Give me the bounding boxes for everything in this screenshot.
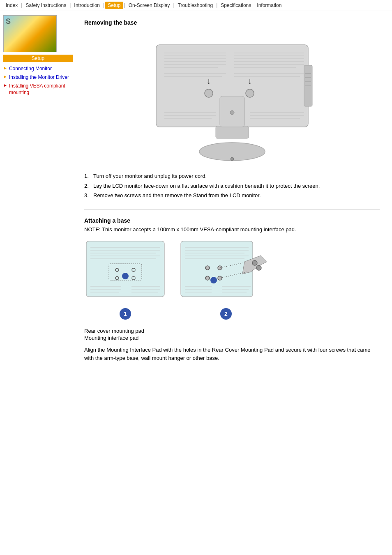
nav-sep-6: |	[216, 2, 217, 8]
removing-steps-list: 1. Turn off your monitor and unplug its …	[84, 172, 380, 200]
nav-sep-4: |	[124, 2, 125, 8]
svg-point-69	[210, 277, 217, 283]
sidebar-link-text-vesa: Installing VESA compliant mounting	[9, 83, 73, 97]
nav-troubleshooting[interactable]: Troubleshooting	[175, 2, 216, 9]
step-1: 1. Turn off your monitor and unplug its …	[84, 172, 380, 180]
arrow-icon-2: ►	[3, 74, 7, 79]
sidebar-link-vesa[interactable]: ► Installing VESA compliant mounting	[3, 83, 73, 97]
monitor-back-svg: ↓ ↓	[144, 32, 321, 164]
nav-sep-3: |	[103, 2, 104, 8]
svg-point-30	[231, 157, 234, 161]
sidebar-link-connecting[interactable]: ► Connecting Monitor	[3, 65, 73, 72]
attaching-image-2: 2	[179, 239, 273, 320]
svg-point-48	[122, 273, 129, 279]
legend-item-1: Rear cover mounting pad	[84, 328, 380, 334]
nav-sep-1: |	[21, 2, 22, 8]
arrow-icon-1: ►	[3, 66, 7, 70]
nav-sep-5: |	[173, 2, 174, 8]
svg-point-63	[205, 276, 210, 280]
svg-text:↓: ↓	[206, 76, 211, 86]
svg-point-65	[252, 260, 257, 265]
removing-base-title: Removing the base	[84, 19, 380, 26]
attaching-image-1: 1	[84, 239, 166, 320]
nav-information[interactable]: Information	[254, 2, 284, 9]
nav-specifications[interactable]: Specifications	[218, 2, 254, 9]
step-2: 2. Lay the LCD monitor face-down on a fl…	[84, 182, 380, 190]
sidebar-link-installing-driver[interactable]: ► Installing the Monitor Driver	[3, 74, 73, 81]
attaching-svg-1	[84, 239, 166, 305]
sidebar: S Setup ► Connecting Monitor ► Installin…	[0, 11, 76, 102]
svg-rect-55	[181, 241, 253, 297]
legend-list: Rear cover mounting pad Mounting interfa…	[84, 328, 380, 341]
svg-rect-21	[216, 126, 249, 138]
badge-1: 1	[120, 308, 131, 320]
nav-index[interactable]: Index	[3, 2, 20, 9]
svg-point-66	[256, 265, 261, 270]
svg-text:↓: ↓	[247, 76, 252, 86]
attaching-note: NOTE: This monitor accepts a 100mm x 100…	[84, 226, 380, 233]
section-divider	[84, 210, 380, 210]
attaching-images-row: 1	[84, 239, 380, 320]
navbar: Index | Safety Instructions | Introducti…	[0, 0, 392, 11]
main-content: Removing the base ↓	[76, 11, 392, 375]
svg-point-61	[205, 266, 210, 270]
sidebar-image-bg	[4, 16, 56, 52]
attaching-title: Attaching a base	[84, 217, 380, 224]
sidebar-image-s: S	[6, 17, 11, 26]
sidebar-image: S	[3, 15, 57, 52]
attaching-svg-2	[179, 239, 273, 305]
badge-2: 2	[220, 308, 232, 320]
step-3: 3. Remove two screws and then remove the…	[84, 191, 380, 200]
nav-introduction[interactable]: Introduction	[71, 2, 102, 9]
monitor-image-area: ↓ ↓	[84, 32, 380, 164]
nav-sep-2: |	[69, 2, 71, 8]
svg-rect-37	[86, 241, 164, 297]
arrow-icon-3: ►	[3, 83, 7, 88]
final-note: Align the Mounting Interface Pad with th…	[84, 346, 380, 363]
nav-safety[interactable]: Safety Instructions	[23, 2, 69, 9]
svg-point-24	[230, 111, 234, 115]
nav-setup[interactable]: Setup	[105, 2, 123, 9]
sidebar-title: Setup	[3, 55, 73, 62]
nav-osd[interactable]: On-Screen Display	[126, 2, 173, 9]
svg-point-19	[205, 89, 213, 97]
sidebar-link-text-driver: Installing the Monitor Driver	[9, 74, 69, 81]
sidebar-link-text-connecting: Connecting Monitor	[9, 65, 52, 72]
svg-point-20	[246, 89, 254, 97]
legend-item-2: Mounting interface pad	[84, 335, 380, 341]
main-layout: S Setup ► Connecting Monitor ► Installin…	[0, 11, 392, 375]
